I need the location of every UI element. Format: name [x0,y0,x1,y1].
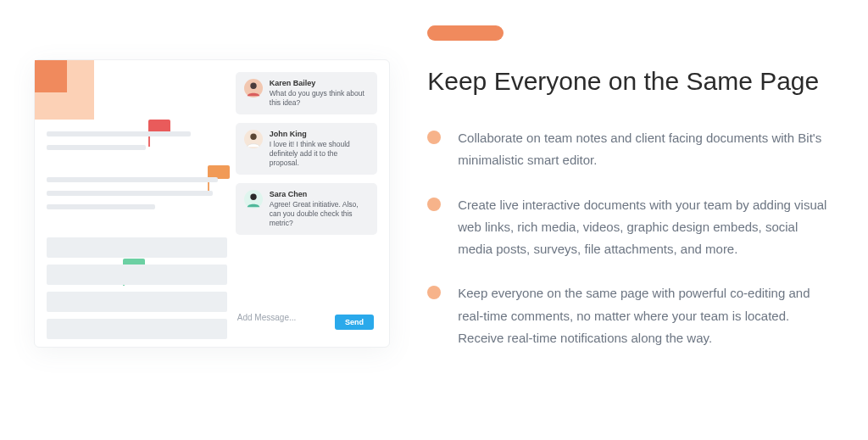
document-text-lines [47,131,227,218]
list-item: Create live interactive documents with y… [427,194,834,261]
list-item: Collaborate on team notes and client fac… [427,127,834,172]
feature-list: Collaborate on team notes and client fac… [427,127,834,349]
document-content-blocks [47,237,227,346]
feature-text: Collaborate on team notes and client fac… [458,127,834,172]
comment-item: Karen Bailey What do you guys think abou… [236,72,377,114]
compose-area: Add Message... Send [236,309,377,335]
comment-text: What do you guys think about this idea? [270,89,369,108]
feature-text: Create live interactive documents with y… [458,194,834,261]
accent-bar [427,25,504,41]
svg-point-5 [250,194,256,200]
avatar [244,190,263,209]
avatar [244,79,263,97]
feature-text: Keep everyone on the same page with powe… [458,282,834,349]
svg-point-1 [250,83,256,89]
svg-point-3 [250,134,256,140]
bullet-icon [427,286,441,299]
avatar [244,130,263,148]
comment-text: Agree! Great initiative. Also, can you d… [270,200,369,228]
comments-panel: Karen Bailey What do you guys think abou… [236,72,377,335]
send-button[interactable]: Send [335,315,374,330]
comment-author: Sara Chen [270,190,369,198]
comment-author: Karen Bailey [270,79,369,87]
decorative-square [35,60,94,120]
page-title: Keep Everyone on the Same Page [427,64,834,97]
comment-item: Sara Chen Agree! Great initiative. Also,… [236,183,377,235]
bullet-icon [427,198,441,211]
bullet-icon [427,131,441,144]
list-item: Keep everyone on the same page with powe… [427,282,834,349]
comment-text: I love it! I think we should definitely … [270,140,369,168]
document-canvas [47,72,227,335]
collab-app-mock: Karen Bailey What do you guys think abou… [34,59,390,348]
comment-item: John King I love it! I think we should d… [236,123,377,175]
comment-author: John King [270,130,369,138]
